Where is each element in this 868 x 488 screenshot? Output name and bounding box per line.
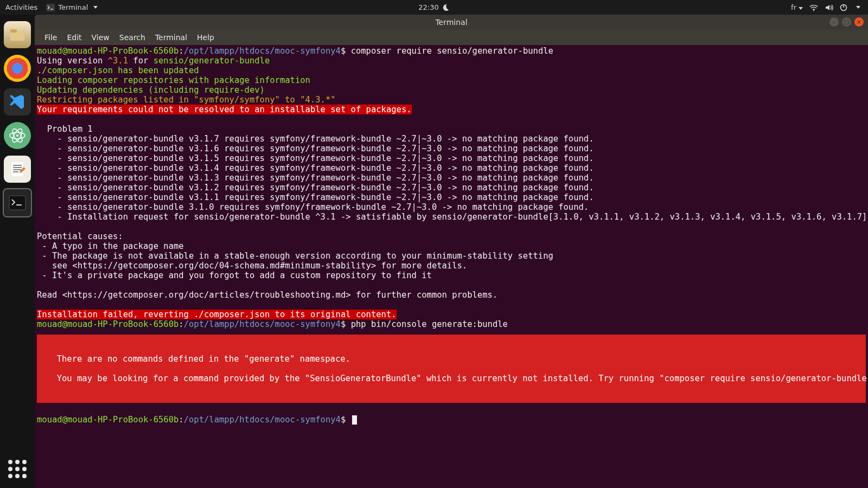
svg-rect-11 <box>9 196 25 210</box>
dock-vscode[interactable] <box>4 88 31 115</box>
chevron-down-icon <box>799 7 803 10</box>
menubar: File Edit View Search Terminal Help <box>35 30 868 45</box>
volume-icon[interactable] <box>825 4 833 11</box>
menu-edit[interactable]: Edit <box>62 32 86 43</box>
svg-rect-5 <box>10 29 17 33</box>
svg-rect-0 <box>46 4 55 11</box>
terminal-icon <box>9 195 26 210</box>
svg-rect-3 <box>843 4 844 8</box>
svg-point-9 <box>16 134 18 137</box>
menu-help[interactable]: Help <box>193 32 219 43</box>
show-apps-button[interactable] <box>8 460 27 478</box>
dock-files[interactable] <box>4 21 31 48</box>
window-minimize-button[interactable]: – <box>829 17 839 27</box>
vscode-icon <box>8 93 27 111</box>
chevron-down-icon <box>93 6 98 9</box>
menu-file[interactable]: File <box>40 32 61 43</box>
files-icon <box>9 28 25 42</box>
top-app-label: Terminal <box>58 3 88 11</box>
prompt-user: mouad@mouad-HP-ProBook-6560b <box>37 46 178 56</box>
top-app-menu[interactable]: Terminal <box>46 3 98 11</box>
prompt-path: /opt/lampp/htdocs/mooc-symfony4 <box>184 46 341 56</box>
dock-gedit[interactable] <box>4 156 31 183</box>
error-line: Your requirements could not be resolved … <box>37 105 412 114</box>
dock-chrome[interactable] <box>4 55 31 82</box>
window-titlebar[interactable]: Terminal – □ × <box>35 15 868 30</box>
terminal-icon <box>46 4 55 11</box>
power-icon[interactable] <box>840 4 847 11</box>
menu-search[interactable]: Search <box>115 32 150 43</box>
error-line: Installation failed, reverting ./compose… <box>37 310 397 319</box>
symfony-error-block: There are no commands defined in the "ge… <box>37 335 866 403</box>
notepad-icon <box>9 160 26 178</box>
command-2: php bin/console generate:bundle <box>351 319 508 329</box>
atom-icon <box>8 126 27 145</box>
dock <box>0 15 35 488</box>
cursor <box>352 415 357 425</box>
window-title: Terminal <box>435 18 467 27</box>
dock-terminal[interactable] <box>4 189 31 216</box>
terminal-window: Terminal – □ × File Edit View Search Ter… <box>35 15 868 488</box>
night-icon <box>442 4 450 11</box>
window-maximize-button[interactable]: □ <box>842 17 851 27</box>
menu-view[interactable]: View <box>87 32 114 43</box>
command-1: composer require sensio/generator-bundle <box>351 46 553 56</box>
wifi-icon[interactable] <box>809 4 818 11</box>
menu-terminal[interactable]: Terminal <box>151 32 192 43</box>
keyboard-layout[interactable]: fr <box>791 3 803 11</box>
window-close-button[interactable]: × <box>854 17 864 27</box>
dock-atom[interactable] <box>4 122 31 149</box>
terminal-body[interactable]: mouad@mouad-HP-ProBook-6560b:/opt/lampp/… <box>35 45 868 488</box>
gnome-top-panel: Activities Terminal 22:30 fr <box>0 0 868 15</box>
svg-point-1 <box>813 10 814 11</box>
svg-rect-10 <box>11 162 23 176</box>
chevron-down-icon <box>856 6 860 9</box>
clock[interactable]: 22:30 <box>418 3 438 11</box>
activities-button[interactable]: Activities <box>5 3 37 11</box>
